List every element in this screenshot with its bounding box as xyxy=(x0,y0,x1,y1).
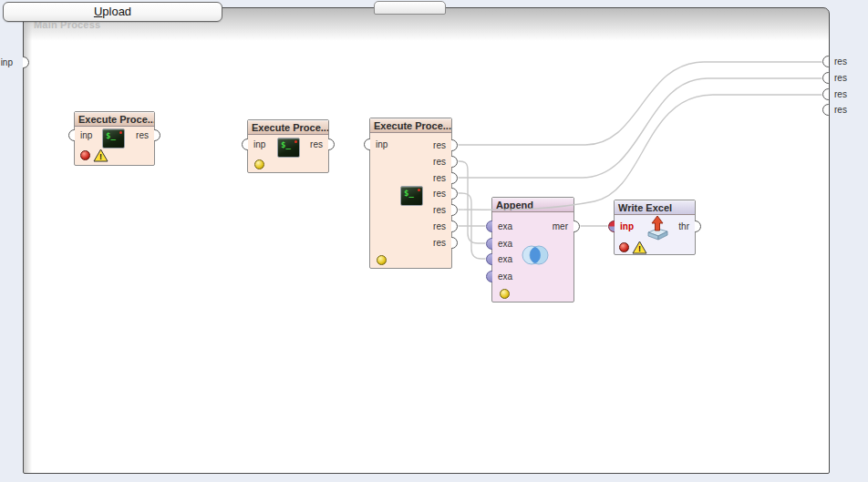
export-box-icon xyxy=(645,215,670,241)
input-port-exa-1[interactable]: exa xyxy=(492,220,529,232)
operator-execute-process-2[interactable]: Execute Proce... inp res $_ xyxy=(247,119,329,173)
upload-label-mnemonic: U xyxy=(94,5,102,18)
port-arc[interactable] xyxy=(23,56,29,68)
process-result-port-label: res xyxy=(834,56,847,67)
status-light-error xyxy=(619,242,629,252)
rapidminer-process-window: { "toolbar": { "upload_button": { "mnemo… xyxy=(0,0,868,482)
output-port-res-3[interactable]: res xyxy=(415,172,451,184)
port-arc[interactable] xyxy=(822,88,829,100)
operator-title: Execute Proce... xyxy=(75,112,154,127)
warning-icon: ! xyxy=(93,149,108,162)
venn-icon xyxy=(519,243,552,267)
status-light-ready xyxy=(254,159,264,169)
operator-execute-process-1[interactable]: Execute Proce... inp res $_ ! xyxy=(74,111,155,166)
process-result-port-label: res xyxy=(834,72,847,84)
terminal-icon: $_ xyxy=(102,128,125,149)
upload-tab-button[interactable]: Upload xyxy=(3,2,222,22)
terminal-icon: $_ xyxy=(400,186,423,206)
output-port-res-6[interactable]: res xyxy=(415,220,451,232)
warning-icon: ! xyxy=(632,241,647,254)
input-port-exa-4[interactable]: exa xyxy=(492,271,529,282)
output-port-res-2[interactable]: res xyxy=(415,156,451,168)
output-port-mer[interactable]: mer xyxy=(537,220,574,232)
operator-title: Write Excel xyxy=(615,200,695,215)
process-result-port-label: res xyxy=(834,104,847,116)
status-light-error xyxy=(80,150,90,160)
process-result-port-label: res xyxy=(834,88,847,100)
port-arc[interactable] xyxy=(822,56,829,67)
secondary-tab[interactable] xyxy=(374,1,446,15)
output-port-res-7[interactable]: res xyxy=(415,237,451,249)
input-port-inp[interactable]: inp xyxy=(370,138,407,150)
svg-text:!: ! xyxy=(99,152,102,161)
operator-title: Execute Proce... xyxy=(370,118,451,133)
port-arc[interactable] xyxy=(822,104,829,116)
svg-text:!: ! xyxy=(638,244,641,253)
operator-title: Execute Proce... xyxy=(248,120,328,135)
port-arc[interactable] xyxy=(822,72,829,84)
process-input-port-label: inp xyxy=(1,56,13,68)
output-port-res-1[interactable]: res xyxy=(415,139,451,151)
status-light-ready xyxy=(500,289,510,299)
status-light-ready xyxy=(377,255,387,265)
upload-label-rest: pload xyxy=(102,5,131,18)
operator-title: Append xyxy=(492,198,574,212)
operator-append[interactable]: Append exa exa exa exa mer xyxy=(491,197,574,303)
operator-execute-process-3[interactable]: Execute Proce... inp res res res res res… xyxy=(369,118,452,269)
operator-write-excel[interactable]: Write Excel inp thr ! xyxy=(614,200,696,255)
terminal-icon: $_ xyxy=(277,138,300,158)
